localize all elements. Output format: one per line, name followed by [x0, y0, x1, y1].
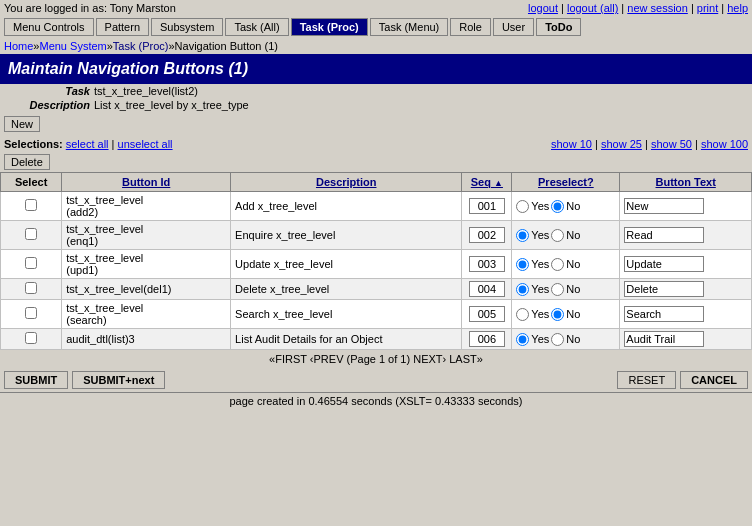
preselect-radio-group: YesNo: [516, 333, 615, 346]
delete-button[interactable]: Delete: [4, 154, 50, 170]
tab-pattern[interactable]: Pattern: [96, 18, 149, 36]
preselect-yes-radio[interactable]: [516, 333, 529, 346]
description-cell: Add x_tree_level: [231, 192, 462, 221]
top-links: logout | logout (all) | new session | pr…: [528, 2, 748, 14]
pagination-text: «FIRST ‹PREV (Page 1 of 1) NEXT› LAST»: [269, 353, 483, 365]
button-text-cell: [620, 221, 752, 250]
select-all-link[interactable]: select all: [66, 138, 109, 150]
tab-role[interactable]: Role: [450, 18, 491, 36]
button-text-sort[interactable]: Button Text: [656, 176, 716, 188]
preselect-sort[interactable]: Preselect?: [538, 176, 594, 188]
seq-input[interactable]: [469, 281, 505, 297]
seq-cell: [462, 329, 512, 350]
seq-input[interactable]: [469, 198, 505, 214]
preselect-yes-radio[interactable]: [516, 200, 529, 213]
button-id-sort[interactable]: Button Id: [122, 176, 170, 188]
unselect-all-link[interactable]: unselect all: [118, 138, 173, 150]
selections-bar: Selections: select all | unselect all sh…: [0, 136, 752, 152]
seq-sort[interactable]: Seq ▲: [471, 176, 503, 188]
tab-todo[interactable]: ToDo: [536, 18, 581, 36]
table-row: tst_x_tree_level (enq1)Enquire x_tree_le…: [1, 221, 752, 250]
button-text-input[interactable]: [624, 331, 704, 347]
breadcrumb-home[interactable]: Home: [4, 40, 33, 52]
preselect-no-label: No: [566, 333, 580, 345]
show-100-link[interactable]: show 100: [701, 138, 748, 150]
submit-button[interactable]: SUBMIT: [4, 371, 68, 389]
button-text-input[interactable]: [624, 306, 704, 322]
seq-input[interactable]: [469, 331, 505, 347]
preselect-yes-label: Yes: [531, 258, 549, 270]
seq-input[interactable]: [469, 227, 505, 243]
print-link[interactable]: print: [697, 2, 718, 14]
button-text-input[interactable]: [624, 198, 704, 214]
preselect-cell: YesNo: [512, 300, 620, 329]
seq-cell: [462, 279, 512, 300]
preselect-cell: YesNo: [512, 279, 620, 300]
show-25-link[interactable]: show 25: [601, 138, 642, 150]
new-button[interactable]: New: [4, 116, 40, 132]
col-seq: Seq ▲: [462, 173, 512, 192]
tab-task-proc[interactable]: Task (Proc): [291, 18, 368, 36]
cancel-button[interactable]: CANCEL: [680, 371, 748, 389]
seq-input[interactable]: [469, 256, 505, 272]
description-cell: Search x_tree_level: [231, 300, 462, 329]
select-cell: [1, 221, 62, 250]
preselect-radio-group: YesNo: [516, 258, 615, 271]
task-row: Task tst_x_tree_level(list2): [0, 84, 752, 98]
help-link[interactable]: help: [727, 2, 748, 14]
col-description: Description: [231, 173, 462, 192]
row-checkbox[interactable]: [25, 228, 37, 240]
button-id-cell: tst_x_tree_level (enq1): [62, 221, 231, 250]
preselect-no-radio[interactable]: [551, 200, 564, 213]
preselect-radio-group: YesNo: [516, 229, 615, 242]
preselect-no-radio[interactable]: [551, 258, 564, 271]
row-checkbox[interactable]: [25, 332, 37, 344]
row-checkbox[interactable]: [25, 307, 37, 319]
preselect-no-label: No: [566, 283, 580, 295]
submit-next-button[interactable]: SUBMIT+next: [72, 371, 165, 389]
logout-all-link[interactable]: logout (all): [567, 2, 618, 14]
selections-right: show 10 | show 25 | show 50 | show 100: [551, 138, 748, 150]
breadcrumb-task-proc[interactable]: Task (Proc): [113, 40, 169, 52]
seq-cell: [462, 192, 512, 221]
preselect-cell: YesNo: [512, 329, 620, 350]
preselect-cell: YesNo: [512, 250, 620, 279]
preselect-yes-radio[interactable]: [516, 308, 529, 321]
preselect-yes-radio[interactable]: [516, 258, 529, 271]
logged-in-label: You are logged in as: Tony Marston: [4, 2, 176, 14]
row-checkbox[interactable]: [25, 199, 37, 211]
seq-cell: [462, 221, 512, 250]
tab-task-menu[interactable]: Task (Menu): [370, 18, 449, 36]
seq-input[interactable]: [469, 306, 505, 322]
breadcrumb-menu-system[interactable]: Menu System: [39, 40, 106, 52]
button-text-input[interactable]: [624, 256, 704, 272]
new-session-link[interactable]: new session: [627, 2, 688, 14]
task-value: tst_x_tree_level(list2): [94, 85, 198, 97]
button-id-cell: tst_x_tree_level (add2): [62, 192, 231, 221]
show-50-link[interactable]: show 50: [651, 138, 692, 150]
show-10-link[interactable]: show 10: [551, 138, 592, 150]
preselect-yes-radio[interactable]: [516, 283, 529, 296]
logout-link[interactable]: logout: [528, 2, 558, 14]
preselect-no-radio[interactable]: [551, 333, 564, 346]
preselect-no-radio[interactable]: [551, 283, 564, 296]
description-sort[interactable]: Description: [316, 176, 377, 188]
button-text-input[interactable]: [624, 281, 704, 297]
preselect-radio-group: YesNo: [516, 308, 615, 321]
row-checkbox[interactable]: [25, 282, 37, 294]
tab-user[interactable]: User: [493, 18, 534, 36]
preselect-no-radio[interactable]: [551, 308, 564, 321]
breadcrumb-current: Navigation Button (1): [175, 40, 278, 52]
button-text-input[interactable]: [624, 227, 704, 243]
table-row: tst_x_tree_level (upd1)Update x_tree_lev…: [1, 250, 752, 279]
tab-task-all[interactable]: Task (All): [225, 18, 288, 36]
preselect-no-radio[interactable]: [551, 229, 564, 242]
row-checkbox[interactable]: [25, 257, 37, 269]
tab-subsystem[interactable]: Subsystem: [151, 18, 223, 36]
preselect-yes-radio[interactable]: [516, 229, 529, 242]
tab-menu-controls[interactable]: Menu Controls: [4, 18, 94, 36]
button-id-cell: audit_dtl(list)3: [62, 329, 231, 350]
reset-button[interactable]: RESET: [617, 371, 676, 389]
seq-cell: [462, 250, 512, 279]
description-cell: Enquire x_tree_level: [231, 221, 462, 250]
